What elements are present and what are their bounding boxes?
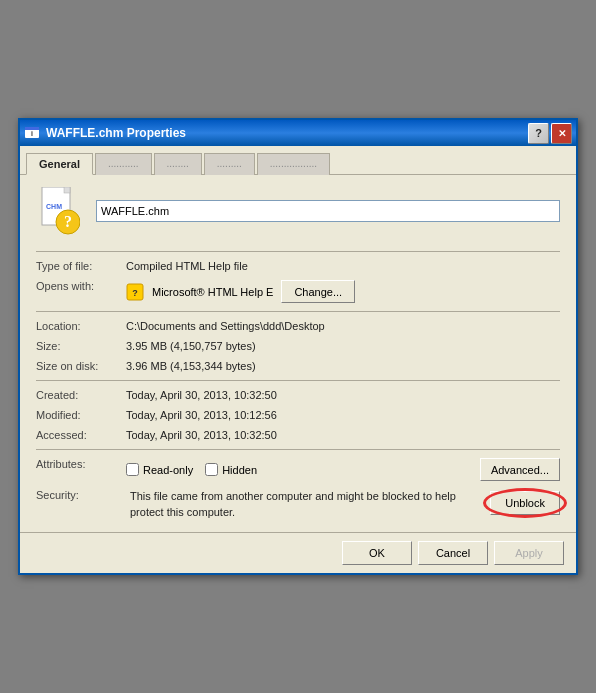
svg-text:?: ? — [132, 288, 138, 298]
attributes-controls: Read-only Hidden Advanced... — [126, 458, 560, 481]
accessed-label: Accessed: — [36, 429, 126, 441]
hidden-checkbox[interactable] — [205, 463, 218, 476]
readonly-checkbox-label[interactable]: Read-only — [126, 463, 193, 476]
opens-label: Opens with: — [36, 280, 126, 303]
accessed-value: Today, April 30, 2013, 10:32:50 — [126, 429, 560, 441]
size-disk-label: Size on disk: — [36, 360, 126, 372]
security-label: Security: — [36, 489, 126, 520]
window-icon: i — [24, 125, 40, 141]
app-icon: ? — [126, 283, 144, 301]
size-row: Size: 3.95 MB (4,150,757 bytes) — [36, 340, 560, 352]
modified-value: Today, April 30, 2013, 10:12:56 — [126, 409, 560, 421]
created-row: Created: Today, April 30, 2013, 10:32:50 — [36, 389, 560, 401]
bottom-bar: OK Cancel Apply — [20, 532, 576, 573]
modified-row: Modified: Today, April 30, 2013, 10:12:5… — [36, 409, 560, 421]
location-row: Location: C:\Documents and Settings\ddd\… — [36, 320, 560, 332]
tab-3[interactable]: ........ — [154, 153, 202, 175]
hidden-checkbox-label[interactable]: Hidden — [205, 463, 257, 476]
svg-text:?: ? — [64, 213, 72, 230]
unblock-button[interactable]: Unblock — [490, 491, 560, 515]
security-section: Security: This file came from another co… — [36, 489, 560, 520]
security-text: This file came from another computer and… — [130, 489, 482, 520]
title-bar-left: i WAFFLE.chm Properties — [24, 125, 186, 141]
tab-5[interactable]: ................. — [257, 153, 330, 175]
size-disk-value: 3.96 MB (4,153,344 bytes) — [126, 360, 560, 372]
tabs-bar: General ........... ........ ......... .… — [20, 146, 576, 175]
title-bar: i WAFFLE.chm Properties ? ✕ — [20, 120, 576, 146]
created-value: Today, April 30, 2013, 10:32:50 — [126, 389, 560, 401]
type-label: Type of file: — [36, 260, 126, 272]
attributes-label: Attributes: — [36, 458, 126, 481]
location-value: C:\Documents and Settings\ddd\Desktop — [126, 320, 560, 332]
type-row: Type of file: Compiled HTML Help file — [36, 260, 560, 272]
divider-3 — [36, 380, 560, 381]
unblock-btn-container: Unblock — [490, 489, 560, 515]
opens-app: Microsoft® HTML Help E — [152, 286, 273, 298]
readonly-label: Read-only — [143, 464, 193, 476]
readonly-checkbox[interactable] — [126, 463, 139, 476]
accessed-row: Accessed: Today, April 30, 2013, 10:32:5… — [36, 429, 560, 441]
ok-button[interactable]: OK — [342, 541, 412, 565]
file-header: ? CHM — [36, 187, 560, 235]
help-button[interactable]: ? — [528, 123, 549, 144]
svg-text:CHM: CHM — [46, 203, 62, 210]
size-disk-row: Size on disk: 3.96 MB (4,153,344 bytes) — [36, 360, 560, 372]
tab-2[interactable]: ........... — [95, 153, 152, 175]
title-controls: ? ✕ — [528, 123, 572, 144]
svg-rect-5 — [64, 187, 70, 193]
hidden-label: Hidden — [222, 464, 257, 476]
svg-text:i: i — [31, 130, 33, 137]
apply-button[interactable]: Apply — [494, 541, 564, 565]
close-button[interactable]: ✕ — [551, 123, 572, 144]
divider-2 — [36, 311, 560, 312]
opens-row: Opens with: ? Microsoft® HTML Help E Cha… — [36, 280, 560, 303]
type-value: Compiled HTML Help file — [126, 260, 560, 272]
file-icon: ? CHM — [36, 187, 84, 235]
size-label: Size: — [36, 340, 126, 352]
security-content: This file came from another computer and… — [130, 489, 560, 520]
change-button[interactable]: Change... — [281, 280, 355, 303]
attributes-row: Attributes: Read-only Hidden Advanced... — [36, 458, 560, 481]
size-value: 3.95 MB (4,150,757 bytes) — [126, 340, 560, 352]
tab-4[interactable]: ......... — [204, 153, 255, 175]
file-name-input[interactable] — [96, 200, 560, 222]
window-title: WAFFLE.chm Properties — [46, 126, 186, 140]
location-label: Location: — [36, 320, 126, 332]
opens-with-row: ? Microsoft® HTML Help E Change... — [126, 280, 560, 303]
divider-4 — [36, 449, 560, 450]
content-area: ? CHM Type of file: Compiled HTML Help f… — [20, 175, 576, 532]
tab-general[interactable]: General — [26, 153, 93, 175]
divider-1 — [36, 251, 560, 252]
cancel-button[interactable]: Cancel — [418, 541, 488, 565]
advanced-button[interactable]: Advanced... — [480, 458, 560, 481]
modified-label: Modified: — [36, 409, 126, 421]
properties-window: i WAFFLE.chm Properties ? ✕ General ....… — [18, 118, 578, 575]
created-label: Created: — [36, 389, 126, 401]
